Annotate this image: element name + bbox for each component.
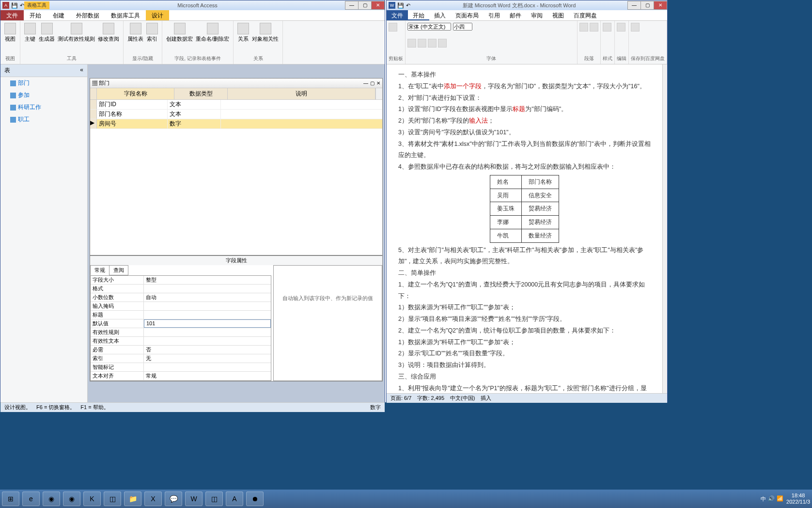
taskbar-excel-icon[interactable]: X	[144, 492, 162, 506]
status-page[interactable]: 页面: 6/7	[390, 395, 411, 402]
word-scrollbar[interactable]	[662, 64, 667, 393]
tray-icon[interactable]: 📶	[777, 495, 783, 503]
field-row-selected[interactable]: ▶房间号数字	[90, 119, 382, 129]
tab-review[interactable]: 审阅	[526, 10, 547, 20]
taskbar-word-icon[interactable]: W	[185, 492, 203, 506]
maximize-button[interactable]: ▢	[358, 1, 372, 10]
qat-undo-icon[interactable]: ↶	[20, 2, 24, 9]
primary-key-button[interactable]: 主键	[24, 23, 36, 43]
prop-decimals-value[interactable]: 自动	[144, 293, 271, 302]
taskbar-chrome2-icon[interactable]: ◉	[63, 492, 80, 506]
prop-align-value[interactable]: 常规	[144, 372, 271, 380]
prop-caption-value[interactable]	[144, 311, 271, 319]
find-button[interactable]	[617, 23, 625, 32]
subwin-min-icon[interactable]: —	[363, 80, 368, 86]
prop-mask-value[interactable]	[144, 302, 271, 310]
rename-macro-button[interactable]: 重命名/删除宏	[196, 23, 229, 43]
tab-create[interactable]: 创建	[47, 10, 70, 20]
tab-insert[interactable]: 插入	[429, 10, 451, 20]
chevron-left-icon[interactable]: «	[80, 66, 83, 75]
list-button[interactable]	[579, 23, 588, 32]
prop-smarttag-value[interactable]	[144, 363, 271, 371]
col-fieldname[interactable]: 字段名称	[97, 88, 174, 99]
underline-button[interactable]	[428, 39, 437, 48]
nav-item-research[interactable]: 科研工作	[0, 101, 87, 113]
view-button[interactable]: 视图	[4, 23, 16, 43]
prop-validtext-value[interactable]	[144, 337, 271, 345]
qat-save-icon[interactable]: 💾	[11, 2, 18, 9]
minimize-button[interactable]: —	[627, 1, 641, 10]
taskbar-app2-icon[interactable]: ◫	[205, 492, 223, 506]
close-button[interactable]: ✕	[654, 1, 667, 10]
relationships-button[interactable]: 关系	[237, 23, 249, 43]
nav-item-join[interactable]: 参加	[0, 89, 87, 101]
bold-button[interactable]	[407, 39, 416, 48]
property-sheet-button[interactable]: 属性表	[127, 23, 143, 43]
prop-fieldsize-value[interactable]: 整型	[144, 276, 271, 284]
ime-indicator[interactable]: 中	[761, 495, 766, 503]
tab-home[interactable]: 开始	[408, 10, 429, 20]
col-description[interactable]: 说明	[228, 88, 375, 99]
taskbar-record-icon[interactable]: ⏺	[246, 492, 264, 506]
word-document[interactable]: 一、基本操作 1、在"职工"表中添加一个字段，字段名为"部门ID"，数据类型为"…	[387, 64, 662, 393]
system-tray[interactable]: 中 🔊 📶	[761, 495, 783, 503]
nav-item-dept[interactable]: 部门	[0, 77, 87, 89]
taskbar-chrome-icon[interactable]: ◉	[43, 492, 60, 506]
paste-button[interactable]	[389, 23, 397, 32]
prop-index-value[interactable]: 无	[144, 354, 271, 363]
taskbar-ie-icon[interactable]: e	[22, 492, 40, 506]
tab-file[interactable]: 文件	[387, 10, 408, 20]
empty-rows[interactable]	[90, 129, 382, 255]
italic-button[interactable]	[418, 39, 426, 48]
styles-button[interactable]	[603, 23, 611, 32]
taskbar-app-icon[interactable]: ◫	[104, 492, 121, 506]
tab-view[interactable]: 视图	[547, 10, 569, 20]
tab-layout[interactable]: 页面布局	[451, 10, 484, 20]
indexes-button[interactable]: 索引	[146, 23, 158, 43]
minimize-button[interactable]: —	[345, 1, 359, 10]
tab-baidu[interactable]: 百度网盘	[569, 10, 602, 20]
tab-mail[interactable]: 邮件	[505, 10, 526, 20]
taskbar-access-icon[interactable]: A	[226, 492, 243, 506]
color-button[interactable]	[438, 39, 447, 48]
field-row[interactable]: 部门名称文本	[90, 110, 382, 119]
prop-validrule-value[interactable]	[144, 328, 271, 336]
taskbar-wechat-icon[interactable]: 💬	[165, 492, 182, 506]
builder-button[interactable]: 生成器	[39, 23, 55, 43]
close-button[interactable]: ✕	[371, 1, 385, 10]
taskbar-explorer-icon[interactable]: 📁	[124, 492, 141, 506]
font-size-select[interactable]	[453, 23, 472, 31]
subwin-close-icon[interactable]: ✕	[376, 80, 380, 86]
subwin-max-icon[interactable]: ▢	[370, 80, 375, 86]
status-words[interactable]: 字数: 2,495	[417, 395, 444, 402]
field-row[interactable]: 部门ID文本	[90, 100, 382, 110]
status-lang[interactable]: 中文(中国)	[450, 395, 475, 402]
taskbar-clock[interactable]: 18:48 2022/11/3	[786, 492, 810, 505]
taskbar-kugou-icon[interactable]: K	[83, 492, 101, 506]
tab-dbtools[interactable]: 数据库工具	[105, 10, 146, 20]
maximize-button[interactable]: ▢	[640, 1, 654, 10]
start-button[interactable]: ⊞	[2, 492, 19, 506]
create-macro-button[interactable]: 创建数据宏	[166, 23, 193, 43]
tab-design[interactable]: 设计	[146, 10, 169, 20]
tab-home[interactable]: 开始	[24, 10, 47, 20]
prop-tab-general[interactable]: 常规	[90, 265, 109, 275]
baidu-save-button[interactable]	[631, 23, 640, 32]
tray-icon[interactable]: 🔊	[768, 495, 775, 503]
tab-external[interactable]: 外部数据	[70, 10, 105, 20]
prop-format-value[interactable]	[144, 285, 271, 293]
status-mode[interactable]: 插入	[481, 395, 491, 402]
tab-ref[interactable]: 引用	[484, 10, 505, 20]
tab-file[interactable]: 文件	[0, 10, 24, 20]
dependencies-button[interactable]: 对象相关性	[252, 23, 279, 43]
row-ops-button[interactable]: 修改查阅	[98, 23, 119, 43]
qat-save-icon[interactable]: 💾	[397, 2, 404, 9]
nav-header[interactable]: 表«	[0, 64, 87, 77]
col-datatype[interactable]: 数据类型	[174, 88, 228, 99]
prop-default-value[interactable]: 101	[144, 319, 271, 328]
font-name-select[interactable]	[407, 23, 451, 31]
nav-item-staff[interactable]: 职工	[0, 113, 87, 126]
validation-button[interactable]: 测试有效性规则	[58, 23, 95, 43]
prop-required-value[interactable]: 否	[144, 346, 271, 354]
prop-tab-lookup[interactable]: 查阅	[109, 265, 128, 275]
